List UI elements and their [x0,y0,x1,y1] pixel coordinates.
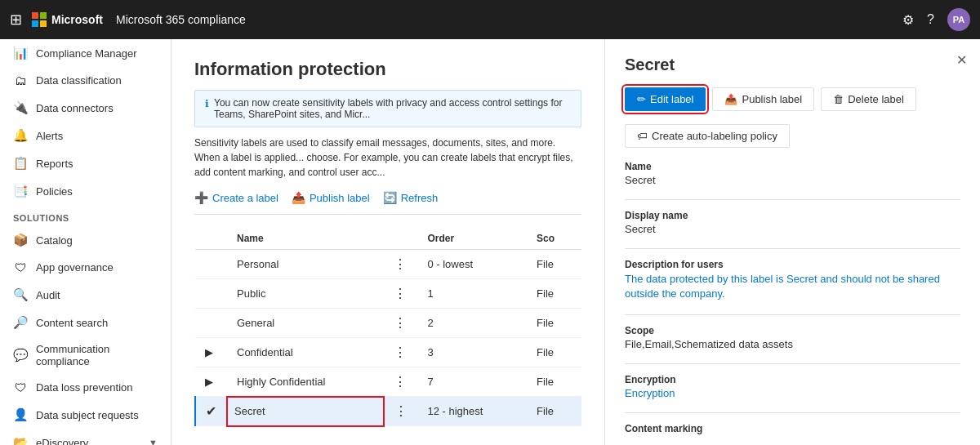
field-display-name-value: Secret [625,223,960,235]
scope-cell: File [527,309,581,338]
sidebar-item-audit[interactable]: 🔍 Audit [0,281,171,309]
col-dots [384,228,417,250]
sidebar-label-data-subject-requests: Data subject requests [36,409,139,421]
table-row[interactable]: ▶ Confidential ⋮ 3 File [195,338,581,367]
field-description-value: The data protected by this label is Secr… [625,272,960,301]
user-avatar[interactable]: PA [947,8,970,31]
panel-title: Secret [625,56,960,74]
content-area: Information protection ℹ You can now cre… [172,39,980,445]
col-expand [195,228,227,250]
scope-cell: File [527,250,581,279]
sidebar-item-compliance-manager[interactable]: 📊 Compliance Manager [0,39,171,67]
sidebar-item-catalog[interactable]: 📦 Catalog [0,226,171,254]
dots-cell[interactable]: ⋮ [384,338,417,367]
sidebar-item-data-connectors[interactable]: 🔌 Data connectors [0,94,171,122]
refresh-button[interactable]: 🔄 Refresh [383,188,439,207]
labels-table: Name Order Sco Personal ⋮ 0 - lowest Fil… [194,228,581,427]
auto-labeling-text: Create auto-labeling policy [652,130,777,142]
content-search-icon: 🔎 [13,315,28,330]
panel-publish-label-button[interactable]: 📤 Publish label [712,87,814,111]
delete-label-button[interactable]: 🗑 Delete label [821,87,916,111]
field-name-label: Name [625,161,960,172]
ediscovery-expand-icon[interactable]: ▼ [149,438,158,445]
data-connectors-icon: 🔌 [13,100,28,115]
sidebar-label-audit: Audit [36,289,60,301]
catalog-icon: 📦 [13,233,28,247]
audit-icon: 🔍 [13,287,28,302]
sidebar-item-data-classification[interactable]: 🗂 Data classification [0,67,171,94]
plus-icon: ➕ [194,191,208,204]
order-cell: 2 [417,309,527,338]
dots-cell[interactable]: ⋮ [384,309,417,338]
panel-close-button[interactable]: ✕ [956,52,967,68]
dots-cell[interactable]: ⋮ [384,250,417,279]
sidebar-item-app-governance[interactable]: 🛡 App governance [0,254,171,281]
reports-icon: 📋 [13,156,28,171]
auto-labeling-policy-button[interactable]: 🏷 Create auto-labeling policy [625,124,790,148]
sidebar-item-alerts[interactable]: 🔔 Alerts [0,122,171,149]
divider-4 [625,363,960,364]
field-name-value: Secret [625,174,960,186]
expand-cell[interactable]: ▶ [195,367,227,397]
dots-cell[interactable]: ⋮ [384,279,417,309]
alerts-icon: 🔔 [13,128,28,143]
dots-cell[interactable]: ⋮ [384,367,417,397]
table-row[interactable]: Personal ⋮ 0 - lowest File [195,250,581,279]
auto-label-icon: 🏷 [637,130,648,142]
sidebar-label-catalog: Catalog [36,234,73,247]
col-scope: Sco [527,228,581,250]
name-cell: Confidential [227,338,384,367]
communication-compliance-icon: 💬 [13,348,28,363]
sidebar-item-communication-compliance[interactable]: 💬 Communication compliance [0,336,171,374]
check-cell: ✔ [195,397,227,426]
sidebar-label-ediscovery: eDiscovery [36,437,88,446]
dots-cell[interactable]: ⋮ [384,397,417,426]
sidebar-item-data-subject-requests[interactable]: 👤 Data subject requests [0,401,171,429]
settings-icon[interactable]: ⚙ [902,12,914,28]
detail-panel: ✕ Secret ✏ Edit label 📤 Publish label 🗑 … [604,39,980,445]
sidebar-item-content-search[interactable]: 🔎 Content search [0,309,171,336]
divider-3 [625,314,960,315]
edit-label-button[interactable]: ✏ Edit label [625,87,706,111]
sidebar-label-app-governance: App governance [36,261,114,274]
edit-label-text: Edit label [650,93,693,105]
scope-cell: File [527,338,581,367]
create-label-button[interactable]: ➕ Create a label [194,188,278,207]
expand-cell [195,250,227,279]
publish-label-button[interactable]: 📤 Publish label [292,188,370,207]
field-content-marking-label: Content marking [625,423,960,434]
sidebar-item-policies[interactable]: 📑 Policies [0,177,171,205]
scope-cell: File [527,397,581,426]
table-row[interactable]: ▶ Highly Confidential ⋮ 7 File [195,367,581,397]
field-scope-value: File,Email,Schematized data assets [625,338,960,350]
order-cell: 7 [417,367,527,397]
field-scope-label: Scope [625,325,960,336]
scope-cell: File [527,279,581,309]
table-row[interactable]: Public ⋮ 1 File [195,279,581,309]
grid-icon[interactable]: ⊞ [10,11,22,29]
microsoft-logo: Microsoft [32,12,103,27]
field-encryption-value[interactable]: Encryption [625,387,960,399]
app-title: Microsoft 365 compliance [116,13,246,26]
create-label-label: Create a label [212,192,278,204]
sidebar-item-reports[interactable]: 📋 Reports [0,149,171,177]
sidebar-label-content-search: Content search [36,317,108,329]
page-title: Information protection [194,59,581,80]
order-cell: 1 [417,279,527,309]
name-cell: Highly Confidential [227,367,384,397]
expand-cell[interactable]: ▶ [195,338,227,367]
help-icon[interactable]: ? [927,12,934,27]
info-icon: ℹ [205,98,209,109]
table-row[interactable]: General ⋮ 2 File [195,309,581,338]
panel-actions: ✏ Edit label 📤 Publish label 🗑 Delete la… [625,87,960,111]
table-row-secret[interactable]: ✔ Secret ⋮ 12 - highest File [195,397,581,426]
col-order: Order [417,228,527,250]
sidebar-item-data-loss-prevention[interactable]: 🛡 Data loss prevention [0,374,171,401]
sidebar-item-ediscovery[interactable]: 📂 eDiscovery ▼ [0,429,171,445]
policies-icon: 📑 [13,184,28,198]
delete-icon: 🗑 [833,93,844,105]
info-text: Sensitivity labels are used to classify … [194,136,581,180]
edit-icon: ✏ [637,93,646,105]
sidebar: 📊 Compliance Manager 🗂 Data classificati… [0,39,172,445]
field-description: Description for users The data protected… [625,259,960,301]
